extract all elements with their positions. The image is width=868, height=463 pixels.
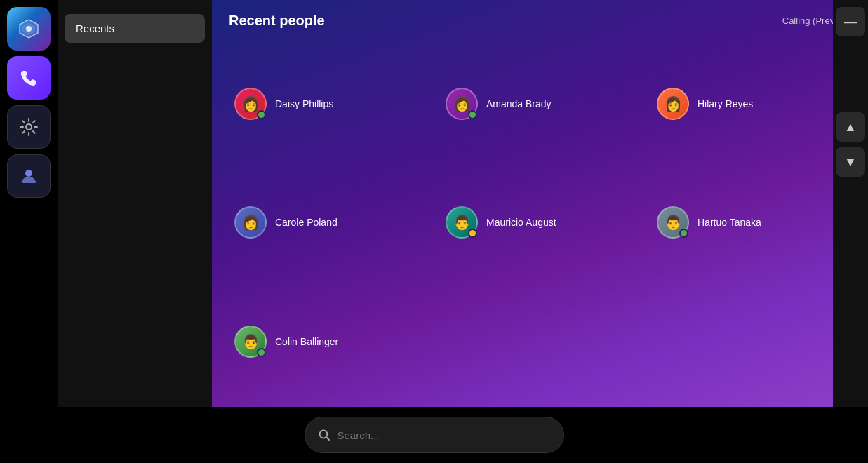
contact-name-colin: Colin Ballinger xyxy=(275,336,338,347)
bottom-bar xyxy=(0,407,868,463)
avatar-wrapper-hartuo: 👨 xyxy=(657,206,689,239)
contact-grid: 👩 Daisy Phillips 👩 Amanda Brady 👩 Hilar xyxy=(212,39,868,407)
contact-name-daisy: Daisy Phillips xyxy=(275,98,333,109)
contact-name-hartuo: Hartuo Tanaka xyxy=(697,217,761,228)
minus-icon: — xyxy=(844,15,857,29)
contact-item-amanda[interactable]: 👩 Amanda Brady xyxy=(434,44,646,163)
right-nav: — ▲ ▼ xyxy=(833,0,868,407)
contact-name-amanda: Amanda Brady xyxy=(486,98,552,109)
status-dot-amanda xyxy=(468,110,477,119)
avatar-hilary: 👩 xyxy=(657,88,689,120)
contact-item-daisy[interactable]: 👩 Daisy Phillips xyxy=(223,44,434,163)
contact-name-carole: Carole Poland xyxy=(275,217,338,228)
contact-name-hilary: Hilary Reyes xyxy=(697,98,753,109)
search-container xyxy=(305,417,564,453)
left-panel: Recents xyxy=(58,0,212,407)
avatar-wrapper-hilary: 👩 xyxy=(657,88,689,120)
svg-point-2 xyxy=(26,26,32,32)
scroll-down-button[interactable]: ▼ xyxy=(836,147,865,177)
contact-item-mauricio[interactable]: 👨 Mauricio August xyxy=(434,163,646,283)
avatar-wrapper-colin: 👨 xyxy=(234,326,267,358)
contact-item-colin[interactable]: 👨 Colin Ballinger xyxy=(223,282,434,401)
minimize-button[interactable]: — xyxy=(836,7,865,36)
svg-point-4 xyxy=(25,170,32,177)
sidebar xyxy=(0,0,58,463)
recents-tab-label: Recents xyxy=(76,22,114,34)
avatar-wrapper-carole: 👩 xyxy=(234,206,267,239)
sidebar-item-profile[interactable] xyxy=(7,154,51,198)
chevron-down-icon: ▼ xyxy=(844,155,857,170)
avatar-wrapper-mauricio: 👨 xyxy=(446,206,478,239)
sidebar-item-calls[interactable] xyxy=(7,56,51,100)
sidebar-item-teams[interactable] xyxy=(7,7,51,51)
search-input[interactable] xyxy=(338,429,551,441)
sidebar-item-settings[interactable] xyxy=(7,105,51,149)
scroll-up-button[interactable]: ▲ xyxy=(836,112,865,142)
avatar-carole: 👩 xyxy=(234,206,267,239)
status-dot-hartuo xyxy=(679,229,688,238)
page-title: Recent people xyxy=(229,13,325,29)
chevron-up-icon: ▲ xyxy=(844,120,857,135)
status-dot-daisy xyxy=(257,110,266,119)
recents-tab[interactable]: Recents xyxy=(65,14,205,43)
contact-name-mauricio: Mauricio August xyxy=(486,217,556,228)
contact-item-hartuo[interactable]: 👨 Hartuo Tanaka xyxy=(646,163,857,283)
svg-point-3 xyxy=(26,124,32,130)
status-dot-colin xyxy=(257,348,266,357)
avatar-wrapper-daisy: 👩 xyxy=(234,88,267,120)
search-icon xyxy=(318,429,330,441)
contact-item-carole[interactable]: 👩 Carole Poland xyxy=(223,163,434,283)
main-header: Recent people Calling (Preview) xyxy=(212,0,868,39)
avatar-wrapper-amanda: 👩 xyxy=(446,88,478,120)
contact-item-hilary[interactable]: 👩 Hilary Reyes xyxy=(646,44,857,163)
main-content-area: Recent people Calling (Preview) 👩 Daisy … xyxy=(212,0,868,407)
status-dot-mauricio xyxy=(468,229,477,238)
